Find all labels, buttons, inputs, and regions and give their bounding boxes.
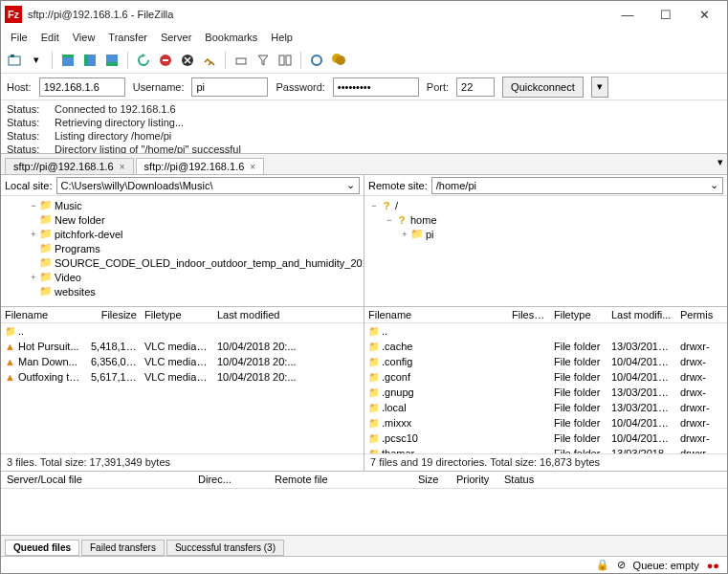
menu-transfer[interactable]: Transfer (102, 30, 153, 45)
queue-status: Queue: empty (633, 560, 699, 571)
menu-file[interactable]: File (5, 30, 33, 45)
toggle-log-icon[interactable] (58, 51, 77, 70)
collapse-icon[interactable]: − (384, 215, 395, 225)
menu-help[interactable]: Help (265, 30, 298, 45)
conn-tab-2[interactable]: sftp://pi@192.168.1.6× (136, 158, 265, 174)
tab-failed-transfers[interactable]: Failed transfers (81, 540, 165, 556)
folder-icon: 📁 (364, 430, 378, 447)
remote-path-combo[interactable]: /home/pi⌄ (431, 177, 723, 194)
cancel-icon[interactable] (178, 51, 197, 70)
dropdown-icon[interactable]: ▾ (27, 51, 46, 70)
folder-icon: 📁 (1, 323, 14, 340)
svg-rect-12 (279, 55, 284, 65)
compare-icon[interactable] (276, 51, 295, 70)
folder-icon: 📁 (410, 228, 424, 240)
toggle-tree-icon[interactable] (80, 51, 99, 70)
find-icon[interactable] (329, 51, 348, 70)
list-item: 📁.localFile folder13/03/2018...drwxr- (364, 400, 727, 415)
quickconnect-button[interactable]: Quickconnect (502, 77, 584, 98)
folder-icon: 📁 (39, 213, 53, 226)
local-pane: Local site: C:\Users\willy\Downloads\Mus… (1, 175, 364, 471)
media-icon: ▲ (1, 354, 14, 369)
window-title: sftp://pi@192.168.1.6 - FileZilla (28, 9, 608, 20)
list-item: 📁.mixxxFile folder10/04/2018...drwxr- (364, 415, 727, 430)
titlebar: Fz sftp://pi@192.168.1.6 - FileZilla — ☐… (1, 1, 727, 28)
menu-view[interactable]: View (67, 30, 101, 45)
reconnect-icon[interactable] (232, 51, 251, 70)
folder-icon: 📁 (364, 369, 378, 386)
filter-icon[interactable] (254, 51, 273, 70)
process-queue-icon[interactable] (156, 51, 175, 70)
log-pane[interactable]: Status:Connected to 192.168.1.6 Status:R… (1, 100, 727, 154)
status-bar: 🔒 ⊘ Queue: empty ●● (1, 556, 727, 573)
local-site-label: Local site: (5, 180, 53, 191)
folder-icon: 📁 (39, 228, 53, 240)
svg-rect-0 (9, 56, 20, 65)
expand-icon[interactable]: + (28, 230, 39, 239)
queue-status-icon: ⊘ (617, 559, 626, 571)
remote-site-label: Remote site: (368, 180, 428, 191)
menu-edit[interactable]: Edit (35, 30, 65, 45)
list-item: 📁.cacheFile folder13/03/2018...drwxr- (364, 339, 727, 354)
close-icon[interactable]: × (120, 162, 125, 172)
folder-icon: 📁 (364, 385, 378, 401)
svg-rect-1 (11, 55, 14, 57)
expand-icon[interactable]: + (399, 230, 410, 239)
close-icon[interactable]: × (250, 162, 255, 172)
local-file-list[interactable]: Filename Filesize Filetype Last modified… (1, 307, 364, 453)
expand-icon[interactable]: + (28, 273, 39, 282)
refresh-icon[interactable] (134, 51, 153, 70)
app-icon: Fz (5, 6, 22, 23)
svg-rect-11 (236, 58, 246, 64)
remote-tree[interactable]: −?/ −?home +📁pi (364, 196, 727, 307)
chevron-down-icon[interactable]: ⌄ (346, 179, 355, 191)
quickconnect-bar: Host: Username: Password: Port: Quickcon… (1, 74, 727, 100)
sitemanager-icon[interactable] (5, 51, 24, 70)
conn-tab-1[interactable]: sftp://pi@192.168.1.6× (5, 158, 134, 174)
folder-icon: 📁 (364, 354, 378, 370)
remote-pane: Remote site: /home/pi⌄ −?/ −?home +📁pi F… (364, 175, 727, 471)
list-item: ▲Outfoxing th...5,617,121VLC media f...1… (1, 369, 364, 385)
chevron-down-icon[interactable]: ⌄ (710, 179, 718, 191)
collapse-icon[interactable]: − (28, 201, 39, 210)
lock-icon[interactable]: 🔒 (596, 559, 609, 571)
queue-body[interactable] (1, 489, 727, 535)
remote-status: 7 files and 19 directories. Total size: … (364, 453, 727, 471)
folder-icon: 📁 (364, 446, 378, 454)
svg-point-14 (312, 55, 321, 65)
folder-icon: 📁 (364, 339, 378, 355)
tab-successful-transfers[interactable]: Successful transfers (3) (166, 540, 284, 556)
list-item: 📁.gconfFile folder10/04/2018...drwx- (364, 369, 727, 385)
collapse-icon[interactable]: − (368, 201, 380, 210)
list-item: 📁thamarFile folder13/03/2018drwxr (364, 446, 727, 453)
svg-rect-5 (84, 55, 88, 66)
unknown-folder-icon: ? (395, 214, 408, 226)
local-path-combo[interactable]: C:\Users\willy\Downloads\Music\⌄ (56, 177, 360, 194)
local-tree[interactable]: −📁Music 📁New folder +📁pitchfork-devel 📁P… (1, 196, 364, 307)
close-button[interactable]: ✕ (685, 2, 723, 27)
tab-queued-files[interactable]: Queued files (5, 540, 79, 556)
media-icon: ▲ (1, 339, 14, 354)
password-label: Password: (276, 81, 324, 93)
minimize-button[interactable]: — (608, 2, 647, 27)
disconnect-icon[interactable] (200, 51, 219, 70)
sync-icon[interactable] (307, 51, 326, 70)
quickconnect-dropdown[interactable]: ▾ (591, 77, 608, 98)
username-input[interactable] (191, 77, 268, 97)
menu-bookmarks[interactable]: Bookmarks (199, 30, 263, 45)
tabs-dropdown-icon[interactable]: ▾ (717, 156, 723, 168)
menu-server[interactable]: Server (155, 30, 197, 45)
maximize-button[interactable]: ☐ (647, 2, 685, 27)
toggle-queue-icon[interactable] (102, 51, 121, 70)
list-item: 📁.configFile folder10/04/2018...drwx- (364, 354, 727, 369)
host-input[interactable] (39, 77, 125, 97)
remote-file-list[interactable]: Filename Filesize Filetype Last modifi..… (364, 307, 727, 453)
port-input[interactable] (456, 77, 495, 97)
port-label: Port: (427, 81, 449, 93)
queue-header: Server/Local file Direc... Remote file S… (1, 472, 727, 489)
password-input[interactable] (333, 77, 419, 97)
folder-icon: 📁 (364, 400, 378, 416)
list-item: 📁.pcsc10File folder10/04/2018...drwxr- (364, 430, 727, 446)
list-item: 📁.. (364, 323, 727, 339)
svg-rect-3 (62, 55, 74, 57)
